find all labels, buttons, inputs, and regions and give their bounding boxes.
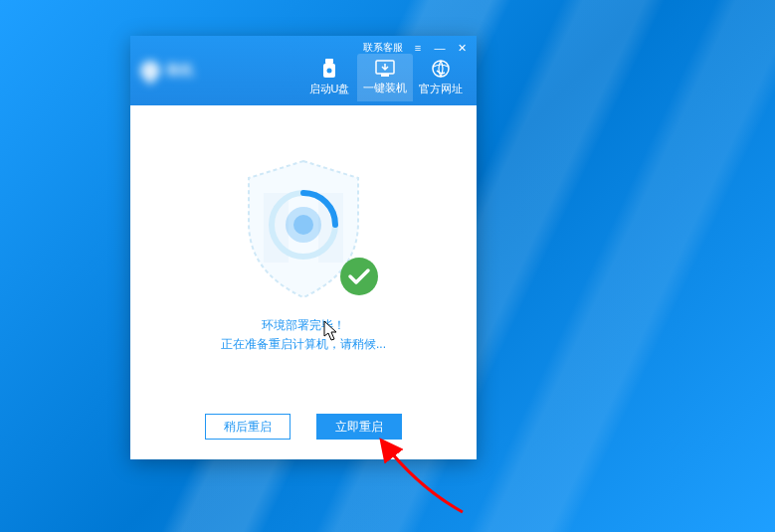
- contact-support-link[interactable]: 联系客服: [363, 41, 403, 55]
- tab-usb-boot[interactable]: 启动U盘: [301, 54, 357, 101]
- window-titlebar: 联系客服 ≡ — ✕: [363, 36, 477, 56]
- status-subtitle: 正在准备重启计算机，请稍候...: [221, 335, 386, 354]
- app-logo: 装机: [130, 36, 240, 105]
- tab-label: 启动U盘: [309, 82, 350, 96]
- svg-point-5: [433, 61, 449, 77]
- tab-label: 官方网址: [419, 82, 463, 96]
- success-checkmark-icon: [339, 257, 379, 296]
- status-text: 环境部署完毕！ 正在准备重启计算机，请稍候...: [221, 316, 386, 354]
- app-body: 环境部署完毕！ 正在准备重启计算机，请稍候... 稍后重启 立即重启: [130, 105, 477, 459]
- tab-label: 一键装机: [363, 81, 407, 95]
- tab-one-click-install[interactable]: 一键装机: [357, 54, 413, 101]
- close-icon[interactable]: ✕: [455, 43, 469, 54]
- minimize-icon[interactable]: —: [433, 43, 447, 54]
- svg-point-11: [340, 258, 378, 295]
- browser-icon: [431, 59, 451, 79]
- restart-later-button[interactable]: 稍后重启: [205, 414, 291, 440]
- svg-rect-0: [325, 59, 333, 64]
- svg-rect-4: [381, 74, 389, 77]
- status-title: 环境部署完毕！: [221, 316, 386, 335]
- usb-icon: [320, 59, 338, 79]
- restart-now-button[interactable]: 立即重启: [316, 414, 402, 440]
- svg-point-2: [327, 69, 332, 74]
- menu-icon[interactable]: ≡: [411, 43, 425, 54]
- app-header: 联系客服 ≡ — ✕ 装机 启动U盘: [130, 36, 477, 105]
- shield-graphic: [234, 153, 373, 302]
- tab-official-website[interactable]: 官方网址: [413, 54, 469, 101]
- installer-window: 联系客服 ≡ — ✕ 装机 启动U盘: [130, 36, 477, 459]
- svg-point-10: [293, 215, 313, 235]
- action-buttons: 稍后重启 立即重启: [130, 414, 477, 440]
- install-icon: [375, 60, 395, 78]
